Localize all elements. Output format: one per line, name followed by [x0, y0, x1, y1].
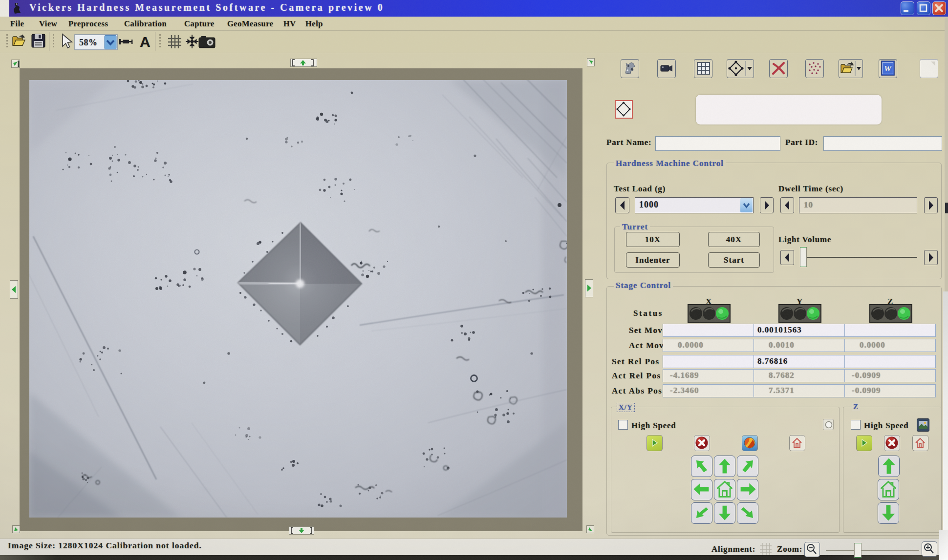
svg-text:W: W: [884, 64, 892, 73]
svg-text:58%: 58%: [79, 38, 98, 47]
svg-text:A: A: [140, 34, 151, 50]
